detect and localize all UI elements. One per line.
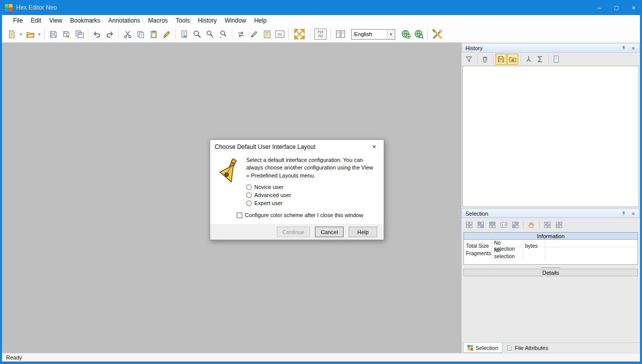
menu-tools[interactable]: Tools	[172, 15, 194, 26]
details-header[interactable]: Details	[463, 269, 638, 276]
load-history-button[interactable]	[507, 54, 518, 65]
menu-history[interactable]: History	[194, 15, 221, 26]
checkbox-icon[interactable]	[237, 213, 242, 218]
close-button[interactable]: ×	[625, 0, 642, 15]
redo-button[interactable]	[103, 28, 116, 41]
radio-novice-user[interactable]: Novice user	[246, 184, 378, 190]
pin-icon[interactable]	[619, 44, 628, 52]
app-logo-icon	[5, 4, 13, 12]
file-attributes-icon	[507, 345, 512, 351]
fx-operations-button[interactable]: F(X IV)	[312, 28, 329, 41]
panel-separator	[493, 55, 494, 64]
copy-button[interactable]	[134, 28, 147, 41]
save-button[interactable]	[47, 28, 60, 41]
export-history-button[interactable]	[551, 54, 562, 65]
paste-button[interactable]	[147, 28, 160, 41]
cut-button[interactable]	[121, 28, 134, 41]
continue-button[interactable]: Continue	[277, 227, 310, 237]
information-header[interactable]: Information	[463, 232, 638, 240]
menu-macros[interactable]: Macros	[144, 15, 172, 26]
title-bar: Hex Editor Neo – □ ×	[0, 0, 642, 15]
structure-viewer-button[interactable]	[260, 28, 273, 41]
hand-pan-button[interactable]	[526, 219, 537, 230]
radio-label: Advanced user	[254, 192, 291, 198]
radio-expert-user[interactable]: Expert user	[246, 200, 378, 206]
open-file-button[interactable]	[24, 28, 37, 41]
sum-filter-button[interactable]	[535, 54, 546, 65]
select-grid-4-button[interactable]	[510, 219, 521, 230]
undo-button[interactable]	[90, 28, 103, 41]
delete-history-button[interactable]	[479, 54, 491, 65]
table-row: Fragments No selection	[464, 247, 637, 255]
minimize-button[interactable]: –	[591, 0, 608, 15]
menu-edit[interactable]: Edit	[27, 15, 45, 26]
trash-icon	[481, 55, 489, 63]
tab-selection[interactable]: Selection	[463, 343, 503, 353]
edit-pattern-button[interactable]	[247, 28, 260, 41]
binary-view-button[interactable]: 01	[273, 28, 286, 41]
help-button[interactable]: Help	[349, 227, 377, 237]
select-grid-1-button[interactable]	[463, 219, 474, 230]
splitter-grip[interactable]	[461, 265, 640, 269]
pin-icon[interactable]	[619, 210, 628, 217]
panel-separator	[523, 220, 524, 229]
four-arrows-button[interactable]	[291, 28, 308, 41]
globe-search-button[interactable]	[412, 28, 425, 41]
pen-icon	[250, 30, 258, 39]
menu-view[interactable]: View	[45, 15, 66, 26]
open-file-dropdown[interactable]: ▾	[37, 28, 42, 41]
tab-file-attributes[interactable]: File Attributes	[503, 343, 552, 353]
dialog-close-button[interactable]: ×	[365, 140, 384, 153]
find-previous-button[interactable]	[217, 28, 230, 41]
save-history-icon	[497, 55, 505, 63]
select-range-1f-button[interactable]: 1.F	[498, 219, 509, 230]
configure-color-scheme-checkbox-row[interactable]: Configure color scheme after I close thi…	[237, 212, 378, 218]
toolbar-separator	[44, 29, 45, 40]
menu-annotations[interactable]: Annotations	[104, 15, 144, 26]
save-selection-button[interactable]	[542, 219, 553, 230]
language-select[interactable]: English ▾	[351, 29, 395, 40]
panel-separator	[477, 55, 477, 64]
info-value: No selection	[492, 247, 523, 259]
history-list[interactable]	[462, 66, 639, 207]
selection-close-icon[interactable]: ×	[629, 210, 637, 217]
compare-pages-button[interactable]	[333, 28, 348, 41]
toolbar-separator	[88, 29, 88, 40]
menu-window[interactable]: Window	[221, 15, 250, 26]
menu-bookmarks[interactable]: Bookmarks	[66, 15, 104, 26]
find-replace-button[interactable]	[234, 28, 247, 41]
find-button[interactable]	[191, 28, 204, 41]
clear-history-button[interactable]	[463, 54, 474, 65]
history-close-icon[interactable]: ×	[629, 44, 637, 52]
globe-add-button[interactable]	[399, 28, 412, 41]
save-history-button[interactable]	[496, 54, 507, 65]
fill-pencil-button[interactable]	[160, 28, 173, 41]
select-grid-3-button[interactable]	[487, 219, 498, 230]
radio-advanced-user[interactable]: Advanced user	[246, 192, 378, 198]
settings-tools-button[interactable]	[430, 28, 445, 41]
fx-operations-icon: F(X IV)	[314, 29, 327, 40]
maximize-button[interactable]: □	[608, 0, 625, 15]
select-grid-2-button[interactable]	[475, 219, 486, 230]
new-file-button[interactable]	[5, 28, 18, 41]
menu-file[interactable]: File	[9, 15, 27, 26]
selection-panel-title: Selection	[465, 211, 488, 217]
radio-icon[interactable]	[246, 193, 252, 198]
selection-panel-header: Selection ×	[462, 209, 639, 218]
radio-icon[interactable]	[246, 185, 252, 190]
toolbar-separator	[310, 29, 310, 40]
save-as-button[interactable]	[60, 28, 73, 41]
menu-help[interactable]: Help	[250, 15, 271, 26]
goto-offset-button[interactable]	[178, 28, 191, 41]
dialog-body: Select a default interface configuration…	[210, 153, 384, 224]
toolbar-separator	[331, 29, 331, 40]
globe-search-icon	[414, 29, 424, 39]
new-file-dropdown[interactable]: ▾	[18, 28, 24, 41]
load-selection-button[interactable]	[553, 219, 564, 230]
branch-filter-button[interactable]	[523, 54, 534, 65]
save-all-button[interactable]	[73, 28, 86, 41]
cancel-button[interactable]: Cancel	[315, 227, 344, 237]
find-next-button[interactable]	[204, 28, 217, 41]
radio-icon[interactable]	[246, 201, 252, 206]
grid-icon	[512, 221, 519, 229]
